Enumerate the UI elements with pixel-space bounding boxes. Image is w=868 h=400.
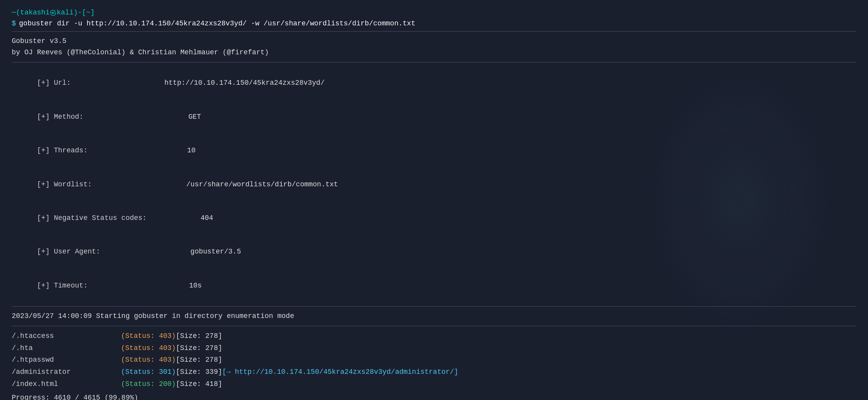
user-agent-value: gobuster/3.5	[190, 248, 241, 255]
method-value: GET	[189, 113, 201, 121]
wordlist-value: /usr/share/wordlists/dirb/common.txt	[186, 180, 338, 188]
threads-value: 10	[187, 146, 196, 154]
prompt-dollar: $	[12, 20, 16, 27]
config-wordlist: [+] Wordlist:/usr/share/wordlists/dirb/c…	[12, 168, 856, 201]
wordlist-label: [+] Wordlist:	[37, 180, 92, 188]
redirect-administrator: [→ http://10.10.174.150/45kra24zxs28v3yd…	[222, 366, 458, 378]
size-htpasswd: [Size: 278]	[176, 354, 222, 366]
timeout-label: [+] Timeout:	[37, 282, 88, 289]
path-htpasswd: /.htpasswd	[12, 354, 121, 366]
status-htaccess: (Status: 403)	[121, 330, 176, 342]
prompt-open-bracket: ─(	[12, 9, 20, 16]
prompt-user: takashi	[20, 9, 50, 16]
gobuster-authors: by OJ Reeves (@TheColonial) & Christian …	[12, 47, 856, 58]
prompt-at: ㉿	[50, 8, 57, 17]
method-label: [+] Method:	[37, 113, 84, 121]
status-htpasswd: (Status: 403)	[121, 354, 176, 366]
terminal-window: ─(takashi㉿kali)-[~] $ gobuster dir -u ht…	[12, 8, 856, 400]
path-administrator: /administrator	[12, 366, 121, 378]
size-administrator: [Size: 339]	[176, 366, 222, 378]
prompt-line: ─(takashi㉿kali)-[~]	[12, 8, 856, 17]
command-line: $ gobuster dir -u http://10.10.174.150/4…	[12, 20, 856, 27]
prompt-host: kali	[57, 9, 73, 16]
prompt-close-bracket: )-[~]	[73, 9, 94, 16]
timeout-value: 10s	[189, 282, 201, 289]
divider-1	[12, 31, 856, 32]
neg-status-value: 404	[201, 214, 213, 222]
result-htpasswd: /.htpasswd (Status: 403) [Size: 278]	[12, 354, 856, 366]
gobuster-version: Gobuster v3.5	[12, 36, 856, 47]
url-label: [+] Url:	[37, 79, 71, 87]
progress-line: Progress: 4610 / 4615 (99.89%)	[12, 392, 856, 400]
neg-status-label: [+] Negative Status codes:	[37, 214, 147, 222]
size-index: [Size: 418]	[176, 378, 222, 390]
results-block: /.htaccess (Status: 403) [Size: 278] /.h…	[12, 330, 856, 390]
config-url: [+] Url:http://10.10.174.150/45kra24zxs2…	[12, 66, 856, 100]
config-user-agent: [+] User Agent:gobuster/3.5	[12, 235, 856, 269]
divider-4	[12, 326, 856, 326]
path-hta: /.hta	[12, 342, 121, 354]
command-text: gobuster dir -u http://10.10.174.150/45k…	[19, 20, 415, 27]
size-htaccess: [Size: 278]	[176, 330, 222, 342]
path-htaccess: /.htaccess	[12, 330, 121, 342]
url-value: http://10.10.174.150/45kra24zxs28v3yd/	[164, 79, 324, 87]
divider-2	[12, 62, 856, 62]
config-threads: [+] Threads:10	[12, 134, 856, 167]
size-hta: [Size: 278]	[176, 342, 222, 354]
config-method: [+] Method:GET	[12, 100, 856, 134]
threads-label: [+] Threads:	[37, 146, 88, 154]
start-message: 2023/05/27 14:00:09 Starting gobuster in…	[12, 311, 856, 322]
result-index: /index.html (Status: 200) [Size: 418]	[12, 378, 856, 390]
path-index: /index.html	[12, 378, 121, 390]
result-administrator: /administrator (Status: 301) [Size: 339]…	[12, 366, 856, 378]
result-htaccess: /.htaccess (Status: 403) [Size: 278]	[12, 330, 856, 342]
config-timeout: [+] Timeout:10s	[12, 269, 856, 302]
config-block: [+] Url:http://10.10.174.150/45kra24zxs2…	[12, 66, 856, 303]
config-neg-status: [+] Negative Status codes:404	[12, 201, 856, 235]
status-index: (Status: 200)	[121, 378, 176, 390]
status-hta: (Status: 403)	[121, 342, 176, 354]
status-administrator: (Status: 301)	[121, 366, 176, 378]
result-hta: /.hta (Status: 403) [Size: 278]	[12, 342, 856, 354]
divider-3	[12, 306, 856, 307]
user-agent-label: [+] User Agent:	[37, 248, 100, 255]
